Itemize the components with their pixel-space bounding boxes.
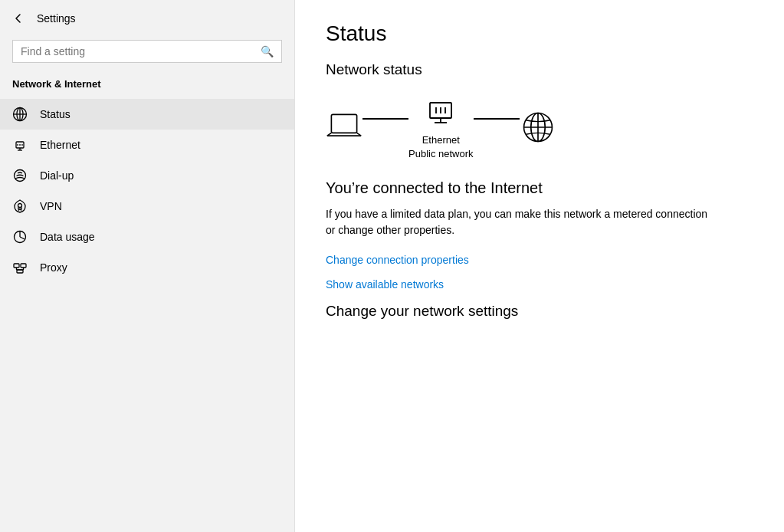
main-content: Status Network status: [295, 0, 784, 532]
sidebar-item-datausage-label: Data usage: [40, 231, 95, 243]
search-box[interactable]: 🔍: [12, 40, 282, 63]
diagram-line-2: [474, 118, 520, 120]
network-diagram: Ethernet Public network: [326, 94, 753, 161]
change-settings-title: Change your network settings: [326, 303, 753, 320]
svg-point-10: [15, 170, 26, 182]
status-nav-icon: [12, 107, 28, 122]
laptop-diagram-icon: [326, 109, 362, 146]
sidebar-item-vpn[interactable]: VPN: [0, 191, 294, 222]
svg-rect-13: [14, 264, 19, 268]
ethernet-diagram-label: Ethernet Public network: [408, 133, 474, 161]
network-status-label: Network status: [326, 61, 753, 78]
sidebar-item-datausage[interactable]: Data usage: [0, 222, 294, 252]
show-available-networks-link[interactable]: Show available networks: [326, 278, 753, 291]
sidebar-item-ethernet-label: Ethernet: [40, 139, 80, 151]
sidebar-item-proxy[interactable]: Proxy: [0, 252, 294, 283]
sidebar-item-ethernet[interactable]: Ethernet: [0, 130, 294, 160]
connected-description: If you have a limited data plan, you can…: [326, 206, 709, 238]
dialup-nav-icon: [12, 168, 28, 183]
search-input[interactable]: [21, 45, 254, 57]
back-button[interactable]: [9, 9, 28, 28]
sidebar-header: Settings: [0, 0, 294, 37]
vpn-nav-icon: [12, 199, 28, 214]
ethernet-nav-icon: [12, 137, 28, 153]
sidebar-title: Settings: [37, 12, 76, 25]
globe-diagram-icon: [520, 109, 556, 146]
sidebar-item-vpn-label: VPN: [40, 200, 62, 212]
svg-rect-19: [331, 115, 356, 133]
connected-heading: You’re connected to the Internet: [326, 179, 753, 197]
datausage-nav-icon: [12, 229, 28, 245]
sidebar-item-status[interactable]: Status: [0, 99, 294, 130]
sidebar-item-proxy-label: Proxy: [40, 261, 67, 274]
sidebar-item-status-label: Status: [40, 108, 71, 120]
change-connection-properties-link[interactable]: Change connection properties: [326, 254, 753, 266]
proxy-nav-icon: [12, 260, 28, 275]
search-icon: 🔍: [261, 45, 274, 57]
sidebar: Settings 🔍 Network & Internet Status: [0, 0, 295, 532]
sidebar-item-dialup-label: Dial-up: [40, 169, 74, 182]
section-label: Network & Internet: [0, 72, 294, 99]
sidebar-item-dialup[interactable]: Dial-up: [0, 160, 294, 191]
diagram-line-1: [362, 118, 408, 120]
page-title: Status: [326, 21, 753, 46]
svg-point-11: [18, 204, 22, 208]
svg-rect-14: [21, 264, 26, 268]
router-diagram-item: Ethernet Public network: [408, 94, 474, 161]
